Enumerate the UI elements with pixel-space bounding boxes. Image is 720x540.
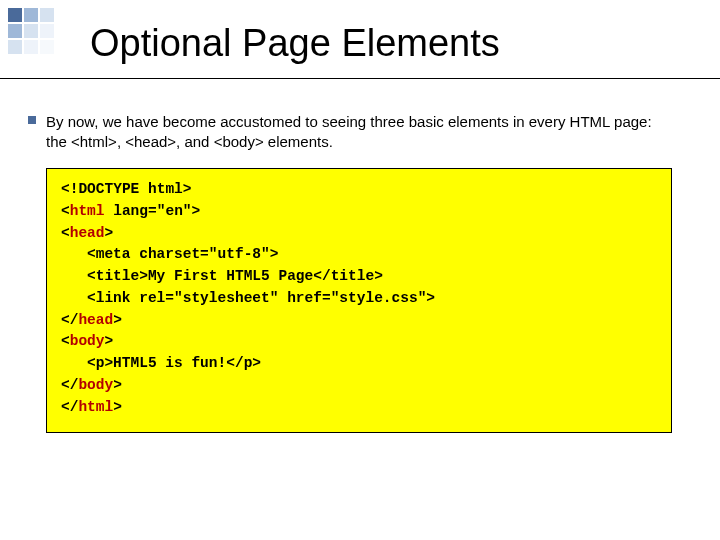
page-title: Optional Page Elements <box>90 22 500 65</box>
code-line: <!DOCTYPE html> <box>61 179 657 201</box>
code-line: <html lang="en"> <box>61 201 657 223</box>
code-line: </body> <box>61 375 657 397</box>
title-underline <box>0 78 720 79</box>
code-line: </html> <box>61 397 657 419</box>
code-line: <p>HTML5 is fun!</p> <box>61 353 657 375</box>
code-line: </head> <box>61 310 657 332</box>
code-line: <link rel="stylesheet" href="style.css"> <box>61 288 657 310</box>
code-line: <meta charset="utf-8"> <box>61 244 657 266</box>
code-line: <title>My First HTML5 Page</title> <box>61 266 657 288</box>
code-line: <head> <box>61 223 657 245</box>
bullet-icon <box>28 116 36 124</box>
intro-paragraph: By now, we have become accustomed to see… <box>46 112 672 153</box>
code-example: <!DOCTYPE html> <html lang="en"> <head> … <box>46 168 672 433</box>
corner-decoration <box>8 8 68 54</box>
code-line: <body> <box>61 331 657 353</box>
